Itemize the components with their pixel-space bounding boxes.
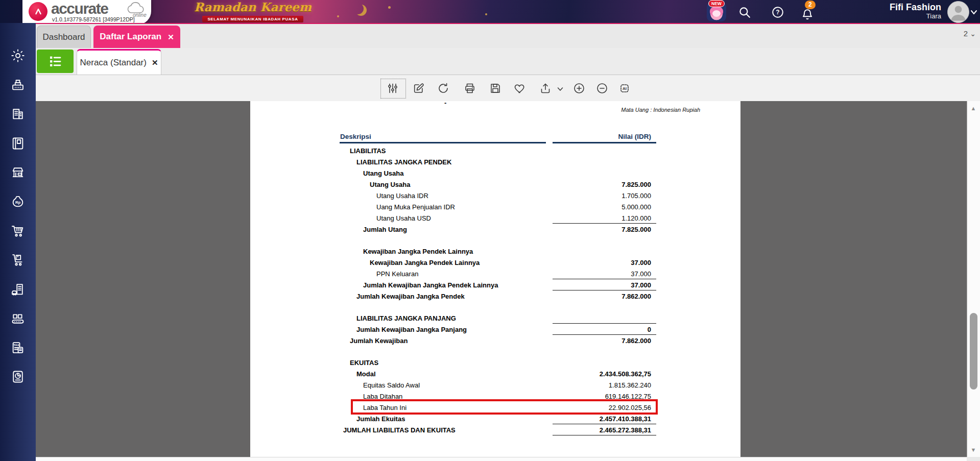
report-row: LIABILITAS JANGKA PANJANG [250,313,740,324]
row-label: Kewajiban Jangka Pendek Lainnya [370,259,480,266]
svg-text:TAX: TAX [13,344,19,347]
filter-icon[interactable] [387,82,399,94]
row-label: LIABILITAS JANGKA PENDEK [356,158,451,166]
avatar[interactable] [947,1,969,23]
report-row: Jumlah Ekuitas2.457.410.388,31 [250,414,740,425]
row-value [553,246,656,257]
row-label: Jumlah Kewajiban Jangka Pendek [356,293,465,300]
ai-assistant-icon[interactable]: AI [618,82,631,94]
report-row: LIABILITAS [250,145,740,157]
banner-sparkle [337,15,339,17]
main-tabbar: Dashboard Daftar Laporan ✕ 2 ⌄ [36,24,980,48]
row-label: Utang Usaha USD [376,214,431,222]
close-icon[interactable]: ✕ [152,59,158,66]
account-info[interactable]: Fifi Fashion Tiara [890,2,941,20]
row-value: 37.000 [553,257,656,268]
report-row: LIABILITAS JANGKA PENDEK [250,157,740,168]
accurate-logo-icon [29,2,47,21]
top-header: Ramadan Kareem SELAMAT MENUNAIKAN IBADAH… [0,0,980,23]
row-label: LIABILITAS [350,147,386,155]
tab-daftar-laporan-label: Daftar Laporan [100,32,161,42]
save-icon[interactable] [489,82,501,94]
row-label: Jumlah Ekuitas [356,415,405,423]
tab-neraca-standar[interactable]: Neraca (Standar) ✕ [77,49,161,75]
report-tabbar: Neraca (Standar) ✕ [36,48,980,75]
search-icon[interactable] [738,6,751,19]
svg-text:AI: AI [623,86,627,91]
report-title-fragment: - [444,99,446,107]
report-row: Kewajiban Jangka Pendek Lainnya [250,246,740,257]
tab-dashboard[interactable]: Dashboard [37,26,91,48]
row-value: 7.862.000 [553,291,656,302]
row-label: Kewajiban Jangka Pendek Lainnya [363,248,473,255]
svg-text:Rp: Rp [15,200,20,205]
company-icon[interactable] [11,107,25,121]
chevron-down-icon: ⌄ [970,30,976,38]
vertical-scrollbar[interactable]: ▲ ▼ [967,101,980,457]
tab-counter[interactable]: 2 ⌄ [964,29,976,38]
horizontal-scrollbar[interactable] [36,457,967,461]
reports-icon[interactable] [11,370,25,384]
tab-dashboard-label: Dashboard [42,32,85,42]
report-row: JUMLAH LIABILITAS DAN EKUITAS2.465.272.3… [250,425,740,436]
row-label: Utang Usaha [370,181,410,188]
scroll-down-icon[interactable]: ▼ [970,447,977,453]
report-row: Jumlah Kewajiban Jangka Pendek Lainnya37… [250,280,740,291]
column-underline [553,142,656,143]
close-icon[interactable]: ✕ [168,33,174,41]
cash-register-icon[interactable] [11,78,25,92]
scrollbar-thumb[interactable] [970,313,977,390]
report-row: EKUITAS [250,357,740,369]
favorite-icon[interactable] [514,82,526,94]
report-rows: LIABILITASLIABILITAS JANGKA PENDEKUtang … [250,145,740,436]
refresh-icon[interactable] [437,82,449,94]
report-row: Jumlah Kewajiban Jangka Panjang0 [250,324,740,335]
export-chevron-icon[interactable] [556,84,568,96]
tab-daftar-laporan[interactable]: Daftar Laporan ✕ [93,26,180,48]
edit-icon[interactable] [413,82,425,94]
tax-icon[interactable]: TAX [11,341,25,355]
new-badge: NEW [708,0,725,7]
zoom-in-icon[interactable] [573,82,585,94]
row-label: Utang Usaha IDR [376,192,428,200]
zoom-out-icon[interactable] [596,82,608,94]
report-row: Kewajiban Jangka Pendek Lainnya37.000 [250,257,740,269]
row-label: EKUITAS [350,359,378,367]
purchases-icon[interactable]: Rp [11,195,25,209]
report-row: Jumlah Utang7.825.000 [250,224,740,235]
report-list-button[interactable] [37,50,74,73]
banner-sparkle [388,6,391,9]
row-label: JUMLAH LIABILITAS DAN EKUITAS [343,426,456,434]
report-viewport: - Mata Uang : Indonesian Rupiah Deskrips… [36,101,967,457]
row-value: 7.862.000 [553,335,656,346]
crescent-moon-icon [352,3,364,14]
scroll-up-icon[interactable]: ▲ [970,105,977,111]
fixed-assets-icon[interactable] [11,282,25,297]
notification-badge: 2 [805,1,816,9]
bell-icon[interactable] [801,8,814,21]
brand-name: accurate [51,0,108,17]
chevron-down-icon[interactable] [970,8,978,17]
row-label: Uang Muka Penjualan IDR [376,203,455,211]
row-label: Utang Usaha [363,169,403,177]
bank-icon[interactable] [11,165,25,180]
row-label: Jumlah Kewajiban Jangka Panjang [356,326,467,333]
settings-icon[interactable] [11,48,25,63]
row-value: 37.000 [553,269,656,279]
row-value: 37.000 [553,280,656,290]
ramadan-banner: Ramadan Kareem SELAMAT MENUNAIKAN IBADAH… [186,1,319,22]
export-icon[interactable] [539,82,552,94]
highlight-box [351,399,658,415]
tab-neraca-label: Neraca (Standar) [80,58,147,68]
svg-text:?: ? [776,9,779,16]
column-header-description: Deskripsi [340,133,371,140]
inventory-icon[interactable] [11,253,25,267]
sales-cart-icon[interactable] [11,224,25,238]
row-label: Jumlah Kewajiban Jangka Pendek Lainnya [363,281,498,289]
help-icon[interactable]: ? [771,6,784,19]
app-root: Ramadan Kareem SELAMAT MENUNAIKAN IBADAH… [0,0,980,461]
row-value [553,313,656,324]
manufacturing-icon[interactable] [11,311,25,326]
print-icon[interactable] [464,82,476,94]
ledger-icon[interactable] [11,136,25,151]
